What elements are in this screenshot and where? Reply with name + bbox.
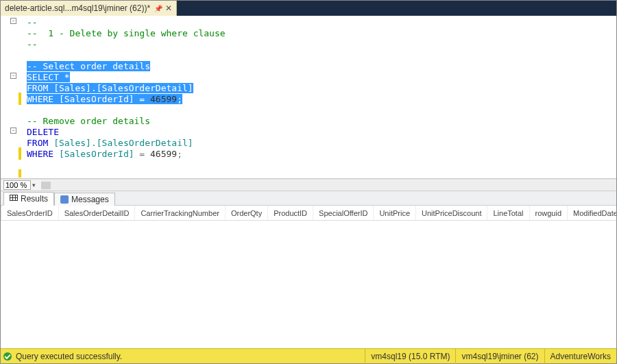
column-header[interactable]: UnitPriceDiscount (416, 206, 487, 220)
ssms-window: delete-article.sql...m4sql19\jminer (62)… (0, 0, 617, 364)
status-database: AdventureWorks (544, 349, 616, 364)
tab-messages[interactable]: Messages (54, 193, 115, 206)
zoom-input[interactable] (3, 180, 31, 190)
column-header[interactable]: rowguid (530, 206, 568, 220)
code-line[interactable]: -- 1 - Delete by single where clause (23, 28, 616, 39)
code-line[interactable]: -- (23, 39, 616, 50)
column-header[interactable]: CarrierTrackingNumber (135, 206, 226, 220)
code-line[interactable]: -- Remove order details (23, 116, 616, 127)
editor-bottom-bar: ▾ (1, 179, 616, 191)
code-area[interactable]: ---- 1 - Delete by single where clause--… (21, 16, 616, 178)
code-line[interactable]: WHERE [SalesOrderId] = 46599; (23, 94, 616, 105)
results-grid[interactable]: SalesOrderIDSalesOrderDetailIDCarrierTra… (1, 206, 616, 348)
document-tab[interactable]: delete-article.sql...m4sql19\jminer (62)… (1, 1, 177, 16)
horizontal-scrollbar[interactable] (41, 180, 616, 191)
code-line[interactable] (23, 50, 616, 61)
column-header[interactable]: SpecialOfferID (313, 206, 374, 220)
code-line[interactable]: FROM [Sales].[SalesOrderDetail] (23, 138, 616, 149)
code-line[interactable]: DELETE (23, 127, 616, 138)
collapse-icon[interactable]: - (10, 128, 16, 134)
status-bar: Query executed successfully. vm4sql19 (1… (1, 348, 616, 363)
document-tabstrip: delete-article.sql...m4sql19\jminer (62)… (1, 1, 616, 16)
column-header[interactable]: SalesOrderID (1, 206, 59, 220)
column-header[interactable]: OrderQty (226, 206, 268, 220)
chevron-down-icon[interactable]: ▾ (32, 182, 36, 189)
column-header[interactable]: ModifiedDate (568, 206, 616, 220)
tab-messages-label: Messages (71, 195, 109, 204)
status-login: vm4sql19\jminer (62) (455, 349, 544, 364)
messages-icon (60, 195, 69, 204)
code-line[interactable]: -- Select order details (23, 61, 616, 72)
tab-results-label: Results (21, 194, 48, 204)
column-header[interactable]: SalesOrderDetailID (59, 206, 136, 220)
sql-editor[interactable]: - - - ---- 1 - Delete by single where cl… (1, 16, 616, 179)
collapse-icon[interactable]: - (10, 18, 16, 24)
pin-icon[interactable]: 📌 (154, 5, 162, 12)
code-line[interactable]: -- (23, 17, 616, 28)
scroll-thumb[interactable] (41, 182, 51, 189)
code-line[interactable] (23, 105, 616, 116)
code-line[interactable]: FROM [Sales].[SalesOrderDetail] (23, 83, 616, 94)
code-line[interactable]: WHERE [SalesOrderId] = 46599; (23, 149, 616, 160)
success-icon (3, 352, 12, 361)
grid-header: SalesOrderIDSalesOrderDetailIDCarrierTra… (1, 206, 616, 221)
outline-gutter: - - - (1, 16, 19, 178)
grid-icon (10, 195, 18, 203)
column-header[interactable]: LineTotal (487, 206, 529, 220)
zoom-control[interactable]: ▾ (1, 180, 38, 190)
column-header[interactable]: UnitPrice (374, 206, 416, 220)
code-line[interactable]: SELECT * (23, 72, 616, 83)
tab-results[interactable]: Results (3, 192, 54, 206)
close-icon[interactable]: ✕ (165, 3, 172, 13)
tab-title: delete-article.sql...m4sql19\jminer (62)… (5, 3, 150, 13)
status-server: vm4sql19 (15.0 RTM) (365, 349, 455, 364)
results-tabstrip: Results Messages (1, 191, 616, 206)
collapse-icon[interactable]: - (10, 73, 16, 79)
column-header[interactable]: ProductID (268, 206, 313, 220)
status-message: Query executed successfully. (16, 352, 122, 361)
